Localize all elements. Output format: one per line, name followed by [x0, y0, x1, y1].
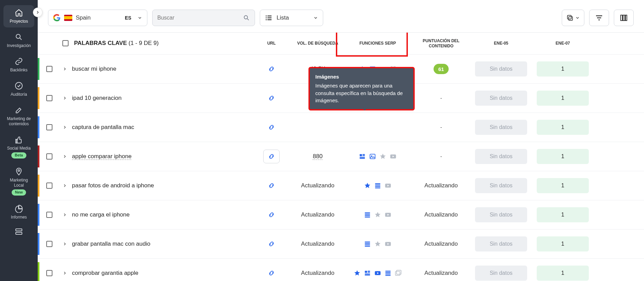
row-stripe — [38, 87, 39, 109]
keyword-text[interactable]: comprobar garantia apple — [72, 270, 138, 277]
serp-feat-icon[interactable] — [359, 153, 366, 160]
sidebar-item-social-media[interactable]: Social Media Beta — [3, 132, 34, 162]
keyword-text[interactable]: grabar pantalla mac con audio — [72, 241, 150, 247]
tooltip-title: Imágenes — [315, 73, 408, 81]
filter-button[interactable] — [589, 10, 609, 26]
sidebar-item-proyectos[interactable]: Proyectos — [3, 5, 34, 27]
col-keywords[interactable]: PALABRAS CLAVE (1 - 9 DE 9) — [74, 40, 159, 47]
select-all-checkbox[interactable] — [62, 40, 69, 46]
serp-star-icon[interactable] — [374, 211, 381, 218]
serp-feat-icon[interactable] — [364, 270, 371, 277]
sidebar-item-backlinks[interactable]: Backlinks — [3, 54, 34, 76]
table-row: comprobar garantia appleActualizandoActu… — [38, 259, 644, 281]
serp-tooltip: Imágenes Imágenes que aparecen para una … — [308, 67, 415, 110]
expand-row[interactable] — [62, 242, 67, 246]
serp-star-icon[interactable] — [354, 270, 361, 277]
url-link-button[interactable] — [263, 266, 280, 280]
serp-star-icon[interactable] — [379, 153, 386, 160]
url-link-button[interactable] — [263, 150, 280, 163]
url-link-button[interactable] — [263, 208, 280, 222]
serp-video-icon[interactable] — [390, 153, 397, 160]
serp-star-icon[interactable] — [364, 182, 371, 189]
url-link-button[interactable] — [263, 120, 280, 134]
expand-row[interactable] — [62, 154, 67, 159]
serp-lines-icon[interactable] — [364, 211, 371, 218]
sidebar-item-marketing-local[interactable]: Marketing Local New — [3, 164, 34, 199]
copy-button[interactable] — [562, 10, 584, 26]
url-link-button[interactable] — [263, 179, 280, 192]
chevron-right-icon — [35, 10, 40, 15]
expand-row[interactable] — [62, 67, 67, 71]
serp-video-icon[interactable] — [385, 211, 391, 218]
sidebar-item-investigacion[interactable]: Investigación — [3, 30, 34, 52]
sidebar: Proyectos Investigación Backlinks Audito… — [0, 0, 38, 281]
col-date1[interactable]: ENE-05 — [470, 37, 532, 49]
serp-lines-icon[interactable] — [385, 270, 391, 277]
col-date2[interactable]: ENE-07 — [532, 37, 594, 49]
keywords-table: PALABRAS CLAVE (1 - 9 DE 9) URL VOL. DE … — [38, 32, 644, 281]
view-selector[interactable]: Lista — [260, 10, 323, 26]
url-link-button[interactable] — [263, 237, 280, 251]
expand-row[interactable] — [62, 212, 67, 217]
row-checkbox[interactable] — [46, 95, 52, 101]
row-checkbox[interactable] — [46, 270, 52, 276]
main-content: Spain ES Lista — [38, 0, 644, 281]
search-box[interactable] — [152, 10, 255, 26]
sidebar-item-auditoria[interactable]: Auditoría — [3, 78, 34, 101]
row-stripe — [38, 145, 39, 167]
serp-video-icon[interactable] — [385, 241, 391, 247]
table-row: captura de pantalla mac-Sin datos1 — [38, 113, 644, 142]
url-link-button[interactable] — [263, 62, 280, 76]
sidebar-toggle[interactable] — [33, 8, 42, 17]
row-checkbox[interactable] — [46, 153, 52, 160]
row-checkbox[interactable] — [46, 124, 52, 130]
col-volume[interactable]: VOL. DE BÚSQUEDA — [292, 37, 343, 49]
url-link-button[interactable] — [263, 91, 280, 105]
col-score[interactable]: PUNTUACIÓN DEL CONTENIDO — [412, 35, 470, 52]
columns-button[interactable] — [614, 10, 634, 26]
expand-row[interactable] — [62, 183, 67, 188]
serp-lines-icon[interactable] — [364, 241, 371, 247]
sidebar-item-marketing-contenidos[interactable]: Marketing de contenidos — [3, 103, 34, 130]
row-checkbox[interactable] — [46, 241, 52, 247]
serp-video-icon[interactable] — [385, 182, 391, 189]
sidebar-item-more[interactable] — [3, 225, 34, 240]
sidebar-item-label: Marketing de contenidos — [5, 116, 33, 127]
serp-star-icon[interactable] — [374, 241, 381, 247]
keyword-text[interactable]: buscar mi iphone — [72, 66, 116, 72]
row-checkbox[interactable] — [46, 183, 52, 189]
row-stripe — [38, 116, 39, 138]
rank-date1: Sin datos — [475, 149, 527, 164]
expand-row[interactable] — [62, 96, 67, 101]
copy-icon — [566, 14, 574, 22]
serp-lines-icon[interactable] — [374, 182, 381, 189]
new-badge: New — [12, 189, 26, 196]
sidebar-item-label: Proyectos — [10, 19, 28, 24]
keyword-text[interactable]: pasar fotos de android a iphone — [72, 182, 154, 189]
sidebar-item-informes[interactable]: Informes — [3, 201, 34, 223]
serp-features — [346, 241, 409, 247]
search-volume: Actualizando — [301, 182, 334, 189]
rank-date1: Sin datos — [475, 266, 527, 281]
keyword-text[interactable]: no me carga el iphone — [72, 211, 130, 218]
keyword-text[interactable]: captura de pantalla mac — [72, 124, 134, 131]
expand-row[interactable] — [62, 125, 67, 130]
row-checkbox[interactable] — [46, 212, 52, 218]
row-checkbox[interactable] — [46, 66, 52, 72]
keyword-text[interactable]: ipad 10 generacion — [72, 95, 122, 102]
serp-imgl-icon[interactable] — [395, 270, 402, 277]
search-icon — [243, 14, 250, 21]
serp-img-icon[interactable] — [369, 153, 376, 160]
expand-row[interactable] — [62, 271, 67, 276]
row-stripe — [38, 204, 39, 226]
keyword-text[interactable]: apple comparar iphone — [72, 153, 132, 160]
check-circle-icon — [15, 82, 23, 90]
country-selector[interactable]: Spain ES — [48, 10, 147, 26]
col-serp[interactable]: FUNCIONES SERP — [343, 37, 412, 49]
serp-video-icon[interactable] — [374, 270, 381, 277]
serp-features — [346, 211, 409, 218]
table-row: apple comparar iphone880-Sin datos1 — [38, 142, 644, 171]
search-input[interactable] — [157, 15, 240, 21]
col-url[interactable]: URL — [251, 37, 292, 49]
rank-date2: 1 — [537, 266, 589, 281]
